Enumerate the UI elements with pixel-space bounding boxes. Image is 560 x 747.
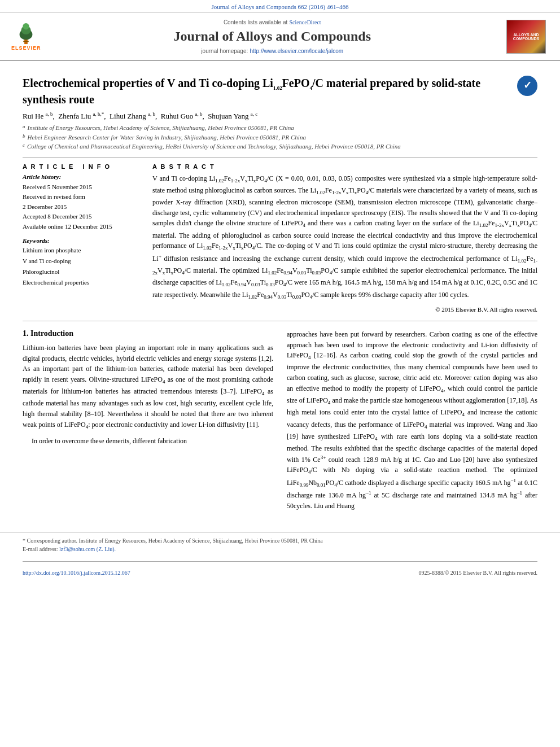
elsevier-tree-icon — [12, 23, 40, 45]
crossmark-badge[interactable]: ✓ — [517, 76, 537, 96]
affiliation-c: c College of Chemical and Pharmaceutical… — [23, 142, 537, 151]
keyword-3: Phloroglucinol — [23, 267, 141, 277]
elsevier-branding: ELSEVIER — [11, 23, 41, 51]
accepted-date: Accepted 8 December 2015 — [23, 212, 141, 222]
article-title-block: Electrochemical properties of V and Ti c… — [23, 76, 537, 107]
abstract-heading: A B S T R A C T — [152, 163, 537, 170]
section-divider — [23, 321, 537, 321]
homepage-link[interactable]: http://www.elsevier.com/locate/jalcom — [250, 48, 343, 54]
received-date: Received 5 November 2015 — [23, 182, 141, 193]
footer-links: http://dx.doi.org/10.1016/j.jallcom.2015… — [23, 570, 537, 576]
article-title-text: Electrochemical properties of V and Ti c… — [23, 76, 510, 107]
sciencedirect-link[interactable]: ScienceDirect — [290, 19, 321, 25]
journal-cover-image: ALLOYS AND COMPOUNDS — [506, 20, 546, 54]
footer: * Corresponding author. Institute of Ene… — [0, 532, 560, 579]
keyword-1: Lithium iron phosphate — [23, 245, 141, 256]
corresponding-author-note: * Corresponding author. Institute of Ene… — [23, 536, 537, 545]
keyword-4: Electrochemical properties — [23, 277, 141, 288]
article-info-col: A R T I C L E I N F O Article history: R… — [23, 163, 141, 313]
body-left-col: 1. Introduction Lithium-ion batteries ha… — [23, 329, 273, 516]
revised-date: 2 December 2015 — [23, 202, 141, 212]
footer-divider — [23, 561, 537, 562]
info-abstract-section: A R T I C L E I N F O Article history: R… — [23, 157, 537, 313]
journal-header: ELSEVIER Contents lists available at Sci… — [0, 13, 560, 61]
keywords-label: Keywords: — [23, 237, 141, 244]
affiliations-block: a Institute of Energy Resources, Hebei A… — [23, 123, 537, 151]
svg-point-3 — [23, 23, 29, 29]
intro-paragraph-2: In order to overcome these demerits, dif… — [23, 436, 273, 447]
sciencedirect-availability: Contents lists available at ScienceDirec… — [41, 18, 504, 27]
journal-cover: ALLOYS AND COMPOUNDS — [504, 20, 549, 54]
elsevier-logo: ELSEVIER — [11, 23, 41, 51]
keyword-2: V and Ti co-doping — [23, 256, 141, 267]
intro-paragraph-1: Lithium-ion batteries have been playing … — [23, 343, 273, 431]
journal-citation-bar: Journal of Alloys and Compounds 662 (201… — [0, 0, 560, 13]
keywords-list: Lithium iron phosphate V and Ti co-dopin… — [23, 245, 141, 287]
history-label: Article history: — [23, 173, 141, 180]
affiliation-a: a Institute of Energy Resources, Hebei A… — [23, 123, 537, 133]
journal-homepage: journal homepage: http://www.elsevier.co… — [41, 46, 504, 55]
affiliation-b: b Hebei Engineer Research Center for Wat… — [23, 133, 537, 142]
journal-citation-text: Journal of Alloys and Compounds 662 (201… — [212, 3, 349, 10]
sciencedirect-text: Contents lists available at — [224, 19, 287, 25]
cover-text: ALLOYS AND COMPOUNDS — [507, 33, 545, 41]
journal-header-center: Contents lists available at ScienceDirec… — [41, 18, 504, 55]
abstract-col: A B S T R A C T V and Ti co-doping Li1.0… — [152, 163, 537, 313]
intro-paragraph-right-1: approaches have been put forward by rese… — [287, 329, 537, 511]
introduction-heading: 1. Introduction — [23, 329, 273, 338]
article-content: Electrochemical properties of V and Ti c… — [0, 61, 560, 527]
email-note: E-mail address: lzf3@sohu.com (Z. Liu). — [23, 545, 537, 553]
available-online: Available online 12 December 2015 — [23, 222, 141, 232]
abstract-text: V and Ti co-doping Li1.02Fe1-2xVxTixPO4/… — [152, 173, 537, 302]
authors-line: Rui He a, b, Zhenfa Liu a, b,*, Lihui Zh… — [23, 111, 537, 121]
elsevier-label: ELSEVIER — [11, 45, 41, 51]
article-info-heading: A R T I C L E I N F O — [23, 163, 141, 170]
issn-text: 0925-8388/© 2015 Elsevier B.V. All right… — [419, 570, 537, 576]
journal-title: Journal of Alloys and Compounds — [41, 29, 504, 44]
homepage-text: journal homepage: — [201, 48, 248, 54]
body-section: 1. Introduction Lithium-ion batteries ha… — [23, 329, 537, 516]
body-right-col: approaches have been put forward by rese… — [287, 329, 537, 516]
svg-rect-4 — [23, 41, 29, 42]
received-revised-label: Received in revised form — [23, 192, 141, 202]
abstract-copyright: © 2015 Elsevier B.V. All rights reserved… — [152, 306, 537, 313]
crossmark-icon: ✓ — [523, 79, 532, 92]
doi-link[interactable]: http://dx.doi.org/10.1016/j.jallcom.2015… — [23, 570, 130, 576]
